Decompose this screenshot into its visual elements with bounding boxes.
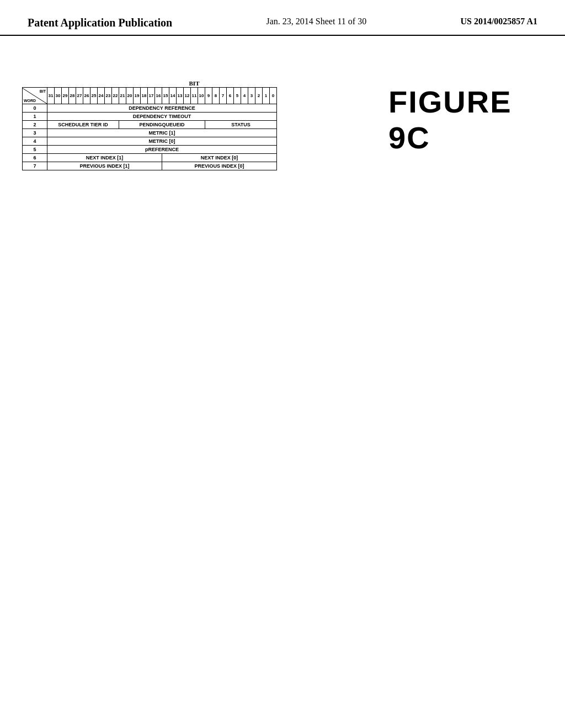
word-7-prev-index-0: PREVIOUS INDEX [0] [162,162,277,170]
figure-label: FIGURE 9C [388,84,543,156]
row-word-6: 6 NEXT INDEX [1] NEXT INDEX [0] [23,154,277,162]
bit-12: 12 [184,88,191,104]
bit-9: 9 [205,88,212,104]
bit-16: 16 [155,88,162,104]
bit-10: 10 [198,88,205,104]
row-word-3: 3 METRIC [1] [23,129,277,137]
row-word-2: 2 SCHEDULER TIER ID PENDINGQUEUEID STATU… [23,121,277,129]
figure-label-area: FIGURE 9C [388,69,543,170]
word-0-field: DEPENDENCY REFERENCE [47,104,277,113]
bit-13: 13 [177,88,184,104]
bit-1: 1 [263,88,270,104]
word-1-field: DEPENDENCY TIMEOUT [47,113,277,121]
bit-31: 31 [47,88,55,104]
bit-23: 23 [105,88,112,104]
word-2-label: 2 [23,121,47,129]
bit-4: 4 [241,88,248,104]
bit-11: 11 [191,88,198,104]
word-4-field: METRIC [0] [47,137,277,146]
word-7-label: 7 [23,162,47,170]
word-2-scheduler-tier: SCHEDULER TIER ID [47,121,119,129]
word-6-next-index-0: NEXT INDEX [0] [162,154,277,162]
bit-5: 5 [234,88,241,104]
publication-number: US 2014/0025857 A1 [460,17,537,26]
publication-title: Patent Application Publication [28,17,172,29]
bit-0: 0 [270,88,277,104]
word-0-label: 0 [23,104,47,113]
row-word-5: 5 pREFERENCE [23,146,277,154]
publication-date-sheet: Jan. 23, 2014 Sheet 11 of 30 [266,17,367,26]
word-7-prev-index-1: PREVIOUS INDEX [1] [47,162,162,170]
bit-27: 27 [76,88,83,104]
word-6-label: 6 [23,154,47,162]
bit-28: 28 [69,88,76,104]
bit-29: 29 [62,88,69,104]
bit-8: 8 [212,88,220,104]
row-word-4: 4 METRIC [0] [23,137,277,146]
bit-21: 21 [119,88,126,104]
word-6-next-index-1: NEXT INDEX [1] [47,154,162,162]
word-2-status: STATUS [205,121,277,129]
page-header: Patent Application Publication Jan. 23, … [0,0,565,36]
word-3-field: METRIC [1] [47,129,277,137]
bit-25: 25 [90,88,98,104]
bit-2: 2 [255,88,263,104]
bit-7: 7 [220,88,227,104]
row-word-1: 1 DEPENDENCY TIMEOUT [23,113,277,121]
word-2-pendingqueueid: PENDINGQUEUEID [119,121,205,129]
main-content: BIT BIT WORD [0,36,565,204]
word-4-label: 4 [23,137,47,146]
bit-14: 14 [169,88,177,104]
bit-26: 26 [83,88,90,104]
row-word-7: 7 PREVIOUS INDEX [1] PREVIOUS INDEX [0] [23,162,277,170]
bit-17: 17 [148,88,155,104]
bit-18: 18 [141,88,148,104]
diagram-area: BIT BIT WORD [22,69,366,170]
bit-24: 24 [98,88,105,104]
corner-cell: BIT WORD [23,88,47,104]
bit-30: 30 [55,88,62,104]
word-5-field: pREFERENCE [47,146,277,154]
bit-table-container: BIT BIT WORD [22,80,366,170]
bit-22: 22 [112,88,119,104]
bit-6: 6 [227,88,234,104]
row-word-0: 0 DEPENDENCY REFERENCE [23,104,277,113]
bit-title: BIT [22,80,366,87]
bit-numbers-row: BIT WORD 31 30 29 28 27 26 25 24 23 [23,88,277,104]
bit-3: 3 [248,88,255,104]
bit-15: 15 [162,88,169,104]
bit-20: 20 [126,88,134,104]
word-5-label: 5 [23,146,47,154]
word-1-label: 1 [23,113,47,121]
word-3-label: 3 [23,129,47,137]
bit-table: BIT WORD 31 30 29 28 27 26 25 24 23 [22,87,277,170]
bit-19: 19 [134,88,141,104]
